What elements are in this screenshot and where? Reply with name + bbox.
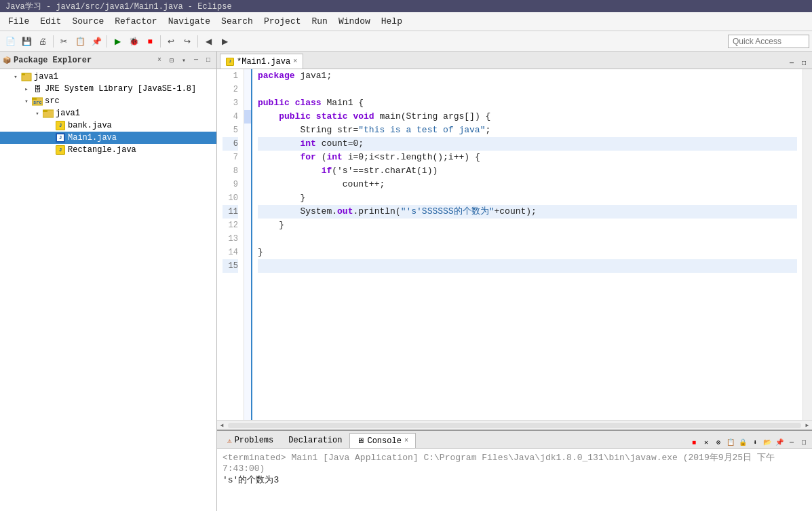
menu-run[interactable]: Run: [307, 14, 333, 29]
console-remove-icon[interactable]: ✕: [701, 437, 712, 448]
lm-2: [244, 83, 251, 96]
left-panel: 📦 Package Explorer × ⊟ ▾ ─ □ ▾: [0, 52, 217, 511]
tree-item-java1-pkg[interactable]: ▾ java1: [0, 107, 216, 119]
java-file-icon-main1: J: [54, 132, 66, 143]
console-maximize-icon[interactable]: □: [798, 437, 809, 448]
console-open-icon[interactable]: 📂: [762, 437, 773, 448]
java-file-icon-bank: J: [54, 120, 66, 131]
code-content[interactable]: package java1; public class Main1 { publ…: [252, 69, 803, 420]
tab-declaration[interactable]: Declaration: [281, 433, 349, 448]
toolbar-redo[interactable]: ↪: [180, 34, 195, 49]
tree-label-jre: JRE System Library [JavaSE-1.8]: [43, 84, 196, 94]
console-minimize-icon[interactable]: ─: [786, 437, 797, 448]
quick-access-input[interactable]: [728, 35, 809, 48]
tree-item-java1-project[interactable]: ▾ java1: [0, 71, 216, 83]
menu-file[interactable]: File: [3, 14, 35, 29]
toolbar-print[interactable]: 🖨: [35, 34, 50, 49]
ln-11: 11: [223, 205, 238, 219]
menu-refactor[interactable]: Refactor: [109, 14, 162, 29]
menu-edit[interactable]: Edit: [35, 14, 66, 29]
code-line-13: [258, 232, 797, 246]
tree-arrow-pkg[interactable]: ▾: [33, 110, 42, 117]
tree-arrow-src[interactable]: ▾: [22, 98, 31, 105]
panel-menu-icon[interactable]: ▾: [178, 55, 189, 66]
toolbar-undo[interactable]: ↩: [163, 34, 178, 49]
ln-8: 8: [223, 164, 238, 178]
tab-console[interactable]: 🖥 Console ×: [349, 433, 415, 448]
toolbar-next[interactable]: ▶: [217, 34, 232, 49]
panel-header: 📦 Package Explorer × ⊟ ▾ ─ □: [0, 52, 216, 69]
h-scroll-left[interactable]: ◀: [217, 421, 227, 430]
menu-window[interactable]: Window: [333, 14, 376, 29]
tree-label-java1: java1: [33, 72, 58, 81]
console-remove-all-icon[interactable]: ⊗: [713, 437, 724, 448]
h-scroll-track[interactable]: [228, 423, 801, 428]
toolbar-save[interactable]: 💾: [19, 34, 34, 49]
tree-item-bank[interactable]: J bank.java: [0, 119, 216, 132]
tab-maximize-icon[interactable]: □: [798, 58, 809, 69]
code-editor[interactable]: 1 2 3 4 5 6 7 8 9 10 11 12 13 14 15: [217, 69, 812, 420]
menu-help[interactable]: Help: [376, 14, 408, 29]
toolbar-new[interactable]: 📄: [3, 34, 18, 49]
console-scroll-end-icon[interactable]: ⬇: [750, 437, 760, 448]
lm-13: [244, 232, 251, 246]
src-icon: src: [31, 96, 43, 107]
menu-search[interactable]: Search: [216, 14, 258, 29]
editor-tab-close[interactable]: ×: [293, 58, 297, 65]
title-text: Java学习 - java1/src/java1/Main1.java - Ec…: [5, 1, 232, 12]
ln-1: 1: [223, 69, 238, 83]
console-scroll-lock-icon[interactable]: 🔒: [737, 437, 748, 448]
panel-maximize-icon[interactable]: □: [203, 55, 214, 66]
tab-declaration-label: Declaration: [288, 436, 342, 445]
editor-tabs: J *Main1.java × ─ □: [217, 52, 812, 69]
tree-item-main1[interactable]: J Main1.java: [0, 132, 216, 144]
h-scroll-right[interactable]: ▶: [803, 421, 812, 430]
lm-12: [244, 219, 251, 232]
toolbar-prev[interactable]: ◀: [201, 34, 216, 49]
code-line-14: }: [258, 246, 797, 259]
console-terminate-icon[interactable]: ■: [689, 437, 699, 448]
ln-2: 2: [223, 83, 238, 96]
lm-11: [244, 205, 251, 219]
ln-9: 9: [223, 178, 238, 191]
tree-arrow-jre[interactable]: ▸: [22, 86, 31, 93]
toolbar-cut[interactable]: ✂: [56, 34, 71, 49]
tab-problems[interactable]: ⚠ Problems: [220, 433, 281, 448]
right-panel: J *Main1.java × ─ □ 1 2 3 4 5 6 7 8 9: [217, 52, 812, 511]
tree-arrow-java1[interactable]: ▾: [11, 73, 20, 81]
collapse-icon[interactable]: ⊟: [166, 55, 177, 66]
panel-minimize-icon[interactable]: ─: [191, 55, 201, 66]
tab-console-label: Console: [367, 436, 401, 446]
svg-text:src: src: [33, 100, 42, 105]
console-pin-icon[interactable]: 📌: [774, 437, 785, 448]
tree-item-rectangle[interactable]: J Rectangle.java: [0, 144, 216, 156]
menu-source[interactable]: Source: [66, 14, 109, 29]
toolbar-run[interactable]: ▶: [110, 34, 125, 49]
ln-4: 4: [223, 110, 238, 124]
toolbar-paste[interactable]: 📌: [89, 34, 104, 49]
package-explorer-icon: 📦: [3, 56, 11, 64]
lm-3: [244, 96, 251, 110]
tab-minimize-icon[interactable]: ─: [786, 58, 797, 69]
code-line-10: }: [258, 191, 797, 205]
toolbar-stop[interactable]: ■: [142, 34, 157, 49]
right-scrollbar[interactable]: [803, 69, 812, 420]
console-copy-icon[interactable]: 📋: [725, 437, 736, 448]
line-markers: [244, 69, 252, 420]
lm-9: [244, 178, 251, 191]
toolbar-copy[interactable]: 📋: [73, 34, 88, 49]
menu-project[interactable]: Project: [258, 14, 307, 29]
lm-7: [244, 151, 251, 164]
toolbar-sep-1: [53, 35, 54, 48]
editor-tab-main1[interactable]: J *Main1.java ×: [220, 54, 303, 69]
code-line-2: [258, 83, 797, 96]
h-scrollbar[interactable]: ◀ ▶: [217, 420, 812, 430]
menu-navigate[interactable]: Navigate: [163, 14, 216, 29]
toolbar-debug[interactable]: 🐞: [126, 34, 141, 49]
ln-15: 15: [223, 259, 238, 273]
tab-console-close[interactable]: ×: [404, 437, 408, 444]
tree-item-jre[interactable]: ▸ 🗄 JRE System Library [JavaSE-1.8]: [0, 83, 216, 95]
tree-item-src[interactable]: ▾ src src: [0, 95, 216, 107]
lm-6: [244, 137, 251, 151]
minimize-icon[interactable]: ×: [154, 55, 165, 66]
